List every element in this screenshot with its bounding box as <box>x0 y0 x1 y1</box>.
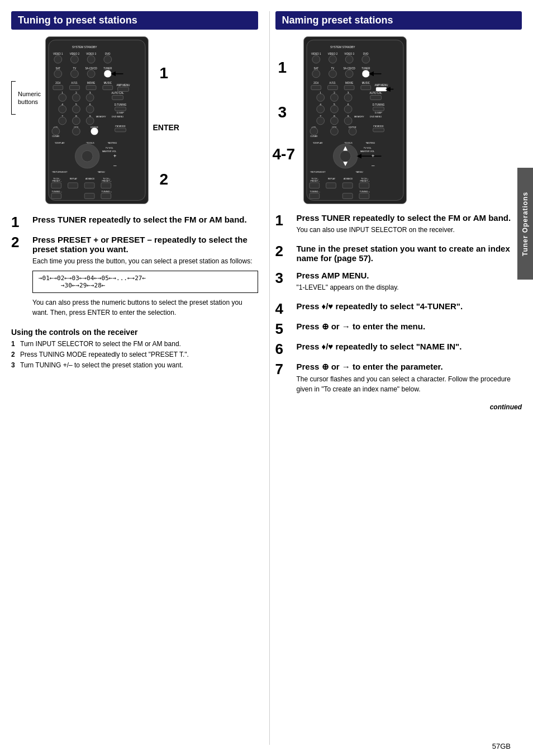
left-step2-number: 2 <box>11 235 29 249</box>
svg-point-16 <box>87 70 95 78</box>
svg-rect-86 <box>51 193 61 199</box>
right-label1: 1 <box>278 59 287 77</box>
svg-text:MUSIC: MUSIC <box>361 82 370 84</box>
right-step3-desc: "1-LEVEL" appears on the display. <box>297 282 399 292</box>
svg-text:VIDEO 3: VIDEO 3 <box>344 53 354 55</box>
enter-label: ENTER <box>153 123 179 132</box>
right-step3-title: Press AMP MENU. <box>297 271 399 280</box>
right-step6-content: Press ♦/♥ repeatedly to select "NAME IN"… <box>297 342 462 353</box>
svg-point-157 <box>340 150 351 162</box>
svg-point-40 <box>72 105 80 113</box>
svg-text:VIDEO 1: VIDEO 1 <box>53 53 63 55</box>
right-step1-content: Press TUNER repeatedly to select the FM … <box>297 213 511 238</box>
svg-text:MEMORY: MEMORY <box>96 115 106 118</box>
svg-text:TUNING –: TUNING – <box>52 190 63 193</box>
svg-text:PRESET +: PRESET + <box>360 180 369 182</box>
svg-text:MOVIE: MOVIE <box>87 82 95 84</box>
svg-text:PRESET +: PRESET + <box>102 180 111 182</box>
svg-point-7 <box>70 55 78 63</box>
svg-point-50 <box>86 117 94 125</box>
svg-point-132 <box>344 105 352 113</box>
left-step1-content: Press TUNER repeatedly to select the FM … <box>32 215 247 226</box>
svg-rect-179 <box>309 193 319 199</box>
numeric-label-area: Numeric buttons <box>11 81 41 115</box>
svg-point-138 <box>330 117 338 125</box>
right-step3-number: 3 <box>275 271 293 285</box>
svg-text:–: – <box>113 162 117 168</box>
right-remote-diagram: 1 3 4-7 SYSTEM STANDBY VIDEO 1 VIDEO 2 V… <box>303 36 522 204</box>
right-steps-section: 1 Press TUNER repeatedly to select the F… <box>275 213 522 411</box>
right-column: Naming preset stations 1 3 4-7 SYSTEM ST… <box>269 11 522 745</box>
svg-text:VIDEO 2: VIDEO 2 <box>70 53 80 55</box>
left-remote-diagram: Numeric buttons SYSTEM STANDBY VIDEO 1 V… <box>11 36 258 206</box>
svg-text:AMP MENU: AMP MENU <box>117 84 130 87</box>
svg-text:2CH: 2CH <box>55 82 60 84</box>
svg-rect-26 <box>103 86 113 90</box>
svg-rect-180 <box>342 193 353 199</box>
svg-point-104 <box>329 70 336 78</box>
numeric-label-text: Numeric buttons <box>18 90 41 106</box>
svg-text:SAT: SAT <box>56 67 61 70</box>
svg-text:D.SKIP: D.SKIP <box>375 111 382 114</box>
svg-text:°TOOLS: °TOOLS <box>86 141 94 144</box>
svg-text:SYSTEM STANDBY: SYSTEM STANDBY <box>330 46 355 49</box>
svg-rect-173 <box>309 183 319 188</box>
svg-text:A.F.D.: A.F.D. <box>71 82 78 84</box>
svg-text:+: + <box>113 153 117 159</box>
svg-text:°MENU: °MENU <box>355 171 363 173</box>
right-step2-content: Tune in the preset station you want to c… <box>297 244 522 265</box>
left-section-header: Tuning to preset stations <box>11 11 258 30</box>
right-step7-number: 7 <box>275 362 293 376</box>
svg-text:+: + <box>371 153 374 159</box>
continued-label: continued <box>275 403 522 411</box>
right-step7-content: Press ⊕ or → to enter the parameter. The… <box>297 362 522 398</box>
svg-rect-25 <box>86 86 96 90</box>
svg-point-48 <box>72 117 80 125</box>
sub-section-title: Using the controls on the receiver <box>11 328 258 337</box>
svg-point-96 <box>329 55 336 63</box>
svg-text:VIDEO 1: VIDEO 1 <box>311 53 321 55</box>
right-step6-number: 6 <box>275 342 293 356</box>
svg-text:CLEAR: CLEAR <box>52 135 59 138</box>
svg-text:REPLAY: REPLAY <box>327 178 335 180</box>
sub-step-1: Turn INPUT SELECTOR to select the FM or … <box>11 340 258 348</box>
svg-text:TUNING +: TUNING + <box>102 190 112 193</box>
svg-point-136 <box>316 117 324 125</box>
svg-rect-81 <box>68 183 78 188</box>
svg-point-105 <box>345 70 353 78</box>
svg-text:AUTO CAL: AUTO CAL <box>111 92 124 95</box>
left-step2-desc2: You can also press the numeric buttons t… <box>32 297 258 318</box>
svg-rect-117 <box>375 87 387 92</box>
svg-text:VIDEO 2: VIDEO 2 <box>327 53 337 55</box>
svg-rect-24 <box>69 86 79 90</box>
right-step3-item: 3 Press AMP MENU. "1-LEVEL" appears on t… <box>275 271 522 296</box>
svg-text:SA-CD/CD: SA-CD/CD <box>343 67 355 70</box>
svg-rect-82 <box>84 183 94 188</box>
sub-steps-list: Turn INPUT SELECTOR to select the FM or … <box>11 340 258 369</box>
svg-point-130 <box>330 105 338 113</box>
svg-rect-176 <box>359 183 369 188</box>
sub-step-3: Turn TUNING +/– to select the preset sta… <box>11 361 258 369</box>
svg-rect-61 <box>115 128 126 132</box>
svg-text:MOVIE: MOVIE <box>345 82 353 84</box>
svg-rect-44 <box>115 107 126 111</box>
svg-point-103 <box>312 70 320 78</box>
sub-section: Using the controls on the receiver Turn … <box>11 328 258 369</box>
preset-diagram: →01←→02←→03←→04←→05←→...←→27← →30←→29←→2… <box>32 271 258 293</box>
left-remote-container: SYSTEM STANDBY VIDEO 1 VIDEO 2 VIDEO 3 D… <box>45 36 149 206</box>
svg-rect-115 <box>360 86 370 90</box>
svg-rect-126 <box>370 95 381 100</box>
svg-text:°DISPLAY: °DISPLAY <box>55 141 65 144</box>
svg-rect-151 <box>373 128 384 132</box>
svg-rect-88 <box>101 193 111 199</box>
svg-text:PRESET –: PRESET – <box>310 180 320 182</box>
svg-text:VIDEO 3: VIDEO 3 <box>86 53 96 55</box>
right-step1-title: Press TUNER repeatedly to select the FM … <box>297 213 511 223</box>
svg-text:DVD MENU: DVD MENU <box>112 115 123 118</box>
left-step1-label: 1 <box>159 64 168 82</box>
svg-text:TUNING –: TUNING – <box>310 190 320 193</box>
left-remote-svg: SYSTEM STANDBY VIDEO 1 VIDEO 2 VIDEO 3 D… <box>45 36 149 204</box>
svg-point-30 <box>59 94 66 102</box>
svg-text:DVD: DVD <box>105 53 110 55</box>
svg-text:ADVANCE: ADVANCE <box>85 178 95 180</box>
